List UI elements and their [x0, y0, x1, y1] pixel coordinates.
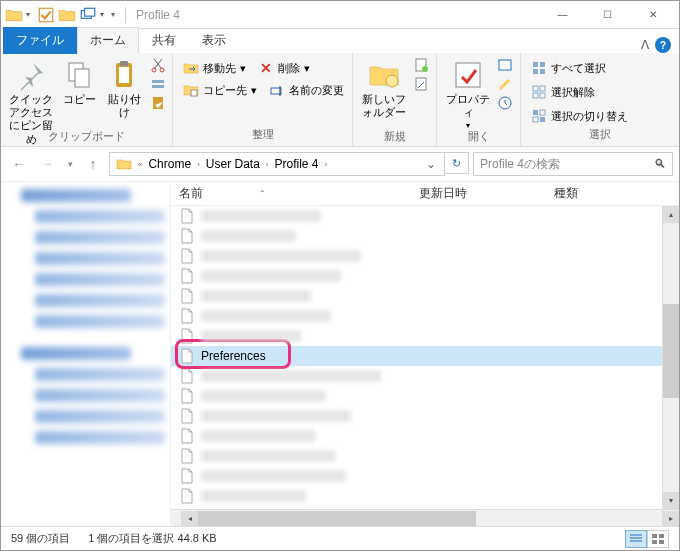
edit-icon[interactable]: [497, 76, 513, 92]
svg-rect-13: [191, 90, 197, 96]
list-item[interactable]: [171, 286, 662, 306]
chevron-down-icon[interactable]: ▾: [100, 10, 108, 19]
vertical-scrollbar[interactable]: ▴ ▾: [662, 206, 679, 509]
list-item[interactable]: [171, 446, 662, 466]
new-folder-button[interactable]: 新しいフォルダー: [359, 57, 409, 129]
list-item[interactable]: [171, 386, 662, 406]
list-item-preferences[interactable]: Preferences: [171, 346, 662, 366]
cut-icon[interactable]: [150, 57, 166, 73]
forward-button[interactable]: →: [35, 152, 59, 176]
breadcrumb-seg[interactable]: User Data: [202, 153, 264, 175]
search-icon[interactable]: 🔍︎: [654, 157, 666, 171]
list-item[interactable]: [171, 266, 662, 286]
recent-dropdown[interactable]: ▾: [63, 152, 77, 176]
invert-selection-button[interactable]: 選択の切り替え: [527, 105, 632, 127]
tab-view[interactable]: 表示: [189, 27, 239, 54]
svg-rect-26: [533, 86, 538, 91]
view-mode-buttons: [625, 530, 669, 548]
history-icon[interactable]: [497, 95, 513, 111]
help-icon[interactable]: ?: [655, 37, 671, 53]
ribbon-tabs: ファイル ホーム 共有 表示 ᐱ ?: [1, 29, 679, 53]
list-item[interactable]: [171, 426, 662, 446]
invert-icon: [531, 108, 547, 124]
chevron-icon[interactable]: «: [136, 160, 144, 169]
minimize-button[interactable]: —: [540, 1, 585, 29]
copy-to-button[interactable]: コピー先 ▾: [179, 79, 261, 101]
details-view-button[interactable]: [625, 530, 647, 548]
up-button[interactable]: ↑: [81, 152, 105, 176]
scroll-up-icon[interactable]: ▴: [663, 206, 679, 223]
list-item[interactable]: [171, 306, 662, 326]
scroll-down-icon[interactable]: ▾: [663, 492, 679, 509]
tab-share[interactable]: 共有: [139, 27, 189, 54]
scroll-left-icon[interactable]: ◂: [181, 511, 198, 526]
navigation-pane[interactable]: [1, 182, 171, 526]
copy-button[interactable]: コピー: [60, 57, 99, 129]
list-item[interactable]: [171, 466, 662, 486]
select-none-button[interactable]: 選択解除: [527, 81, 599, 103]
paste-shortcut-icon[interactable]: [150, 95, 166, 111]
column-date[interactable]: 更新日時: [411, 185, 546, 202]
copy-to-icon: [183, 82, 199, 98]
svg-rect-35: [659, 534, 664, 538]
file-list-pane: 名前⌃ 更新日時 種類 /* rows rendered below via l…: [171, 182, 679, 526]
list-item[interactable]: [171, 366, 662, 386]
move-to-button[interactable]: 移動先 ▾: [179, 57, 250, 79]
copy-path-icon[interactable]: [150, 76, 166, 92]
column-type[interactable]: 種類: [546, 185, 646, 202]
window-stack-icon[interactable]: [79, 6, 97, 24]
open-icon[interactable]: [497, 57, 513, 73]
chevron-right-icon[interactable]: ›: [195, 160, 202, 169]
icons-view-button[interactable]: [647, 530, 669, 548]
file-name: Preferences: [201, 349, 266, 363]
list-item[interactable]: [171, 226, 662, 246]
tab-home[interactable]: ホーム: [77, 27, 139, 54]
pin-quick-access-button[interactable]: クイック アクセスにピン留め: [7, 57, 56, 129]
move-to-icon: [183, 60, 199, 76]
chevron-down-icon[interactable]: ▾: [26, 10, 34, 19]
qat-dropdown-icon[interactable]: ▾: [111, 10, 119, 19]
search-input[interactable]: Profile 4の検索 🔍︎: [473, 152, 673, 176]
paste-button[interactable]: 貼り付け: [103, 57, 146, 129]
search-placeholder: Profile 4の検索: [480, 156, 560, 173]
list-item[interactable]: [171, 206, 662, 226]
refresh-button[interactable]: ↻: [445, 152, 469, 174]
svg-rect-0: [39, 8, 53, 22]
new-item-icon[interactable]: [413, 57, 429, 73]
window-title: Profile 4: [136, 8, 540, 22]
breadcrumb-bar[interactable]: « Chrome › User Data › Profile 4 › ⌄: [109, 152, 445, 176]
properties-button[interactable]: プロパティ▾: [443, 57, 493, 129]
ribbon-group-new-label: 新規: [359, 129, 430, 146]
horizontal-scrollbar[interactable]: ◂ ▸: [171, 509, 679, 526]
breadcrumb-seg[interactable]: Profile 4: [271, 153, 323, 175]
tab-file[interactable]: ファイル: [3, 27, 77, 54]
easy-access-icon[interactable]: [413, 76, 429, 92]
breadcrumb-seg[interactable]: Chrome: [144, 153, 195, 175]
titlebar: ▾ ▾ ▾ Profile 4 — ☐ ✕: [1, 1, 679, 29]
column-name[interactable]: 名前⌃: [171, 185, 411, 202]
chevron-right-icon[interactable]: ›: [264, 160, 271, 169]
file-list[interactable]: /* rows rendered below via loop */ Prefe…: [171, 206, 662, 509]
back-button[interactable]: ←: [7, 152, 31, 176]
select-all-button[interactable]: すべて選択: [527, 57, 610, 79]
scroll-right-icon[interactable]: ▸: [662, 511, 679, 526]
checkbox-icon[interactable]: [37, 6, 55, 24]
folder-icon[interactable]: [58, 6, 76, 24]
svg-rect-22: [533, 62, 538, 67]
scrollbar-thumb[interactable]: [663, 304, 679, 398]
chevron-right-icon[interactable]: ›: [323, 160, 330, 169]
maximize-button[interactable]: ☐: [585, 1, 630, 29]
file-icon: [179, 208, 195, 224]
list-item[interactable]: [171, 406, 662, 426]
file-icon: [179, 228, 195, 244]
list-item[interactable]: [171, 246, 662, 266]
list-item[interactable]: [171, 326, 662, 346]
ribbon-collapse-icon[interactable]: ᐱ: [641, 38, 649, 52]
list-item[interactable]: [171, 486, 662, 506]
file-icon: [179, 368, 195, 384]
close-button[interactable]: ✕: [630, 1, 675, 29]
rename-button[interactable]: 名前の変更: [265, 79, 348, 101]
path-dropdown-icon[interactable]: ⌄: [420, 157, 442, 171]
delete-button[interactable]: ✕削除 ▾: [254, 57, 314, 79]
scrollbar-thumb[interactable]: [198, 511, 476, 526]
